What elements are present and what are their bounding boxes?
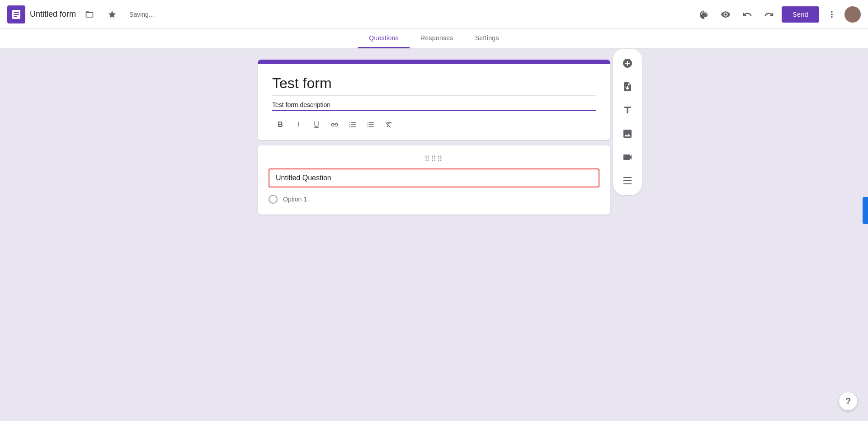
form-header-card: B I U: [258, 60, 610, 140]
import-questions-button[interactable]: [617, 76, 638, 98]
clear-format-button[interactable]: [381, 117, 397, 133]
send-button[interactable]: Send: [782, 6, 819, 23]
svg-rect-2: [14, 14, 19, 15]
form-description-input[interactable]: [272, 99, 596, 111]
video-icon: [622, 152, 633, 163]
right-sidebar: [613, 49, 642, 195]
add-title-button[interactable]: [617, 99, 638, 121]
image-icon: [622, 128, 633, 139]
underline-button[interactable]: U: [308, 117, 325, 133]
forms-icon: [11, 9, 22, 20]
add-section-button[interactable]: [617, 170, 638, 192]
question-card: ⠿⠿⠿ Option 1: [258, 145, 610, 215]
tabs-bar: Questions Responses Settings: [0, 29, 868, 49]
redo-button[interactable]: [760, 5, 778, 23]
tab-settings[interactable]: Settings: [464, 29, 510, 48]
header-left: Untitled form Saving...: [7, 5, 695, 23]
header-right: Send: [695, 5, 861, 23]
link-button[interactable]: [326, 117, 343, 133]
star-icon: [108, 10, 117, 19]
option-row: Option 1: [269, 195, 599, 204]
folder-button[interactable]: [80, 5, 99, 23]
avatar[interactable]: [844, 6, 861, 23]
import-icon: [622, 81, 633, 92]
svg-rect-3: [14, 16, 17, 17]
formatting-toolbar: B I U: [272, 117, 596, 133]
italic-button[interactable]: I: [290, 117, 307, 133]
add-circle-icon: [622, 58, 633, 69]
section-icon: [622, 175, 633, 186]
unordered-list-icon: [367, 121, 375, 129]
help-button[interactable]: ?: [839, 392, 857, 410]
more-options-button[interactable]: [823, 5, 841, 23]
ordered-list-icon: [349, 121, 357, 129]
folder-icon: [85, 10, 94, 19]
question-input-wrapper: [269, 168, 599, 187]
redo-icon: [764, 9, 774, 19]
header: Untitled form Saving... Send: [0, 0, 868, 29]
ordered-list-button[interactable]: [344, 117, 361, 133]
svg-rect-1: [14, 12, 19, 13]
main-content: B I U ⠿⠿⠿: [0, 49, 868, 225]
tab-questions[interactable]: Questions: [358, 29, 410, 48]
clear-format-icon: [385, 121, 393, 129]
preview-button[interactable]: [717, 5, 735, 23]
option-1-text: Option 1: [283, 196, 307, 203]
add-image-button[interactable]: [617, 123, 638, 145]
question-title-input[interactable]: [276, 174, 592, 182]
drag-handle: ⠿⠿⠿: [269, 154, 599, 163]
undo-icon: [742, 9, 752, 19]
add-question-button[interactable]: [617, 52, 638, 74]
undo-button[interactable]: [738, 5, 756, 23]
title-icon: [622, 105, 633, 116]
unordered-list-button[interactable]: [363, 117, 379, 133]
saving-status: Saving...: [129, 11, 154, 18]
palette-button[interactable]: [695, 5, 713, 23]
form-title: Untitled form: [30, 9, 76, 19]
palette-icon: [699, 9, 709, 19]
link-icon: [330, 121, 339, 129]
eye-icon: [721, 9, 731, 19]
form-area: B I U ⠿⠿⠿: [258, 60, 610, 215]
app-icon: [7, 5, 25, 23]
add-video-button[interactable]: [617, 146, 638, 168]
right-edge-tab[interactable]: [863, 197, 868, 224]
form-title-input[interactable]: [272, 75, 596, 96]
bold-button[interactable]: B: [272, 117, 288, 133]
tab-responses[interactable]: Responses: [410, 29, 464, 48]
star-button[interactable]: [103, 5, 121, 23]
more-vert-icon: [827, 9, 837, 19]
radio-circle: [269, 195, 278, 204]
